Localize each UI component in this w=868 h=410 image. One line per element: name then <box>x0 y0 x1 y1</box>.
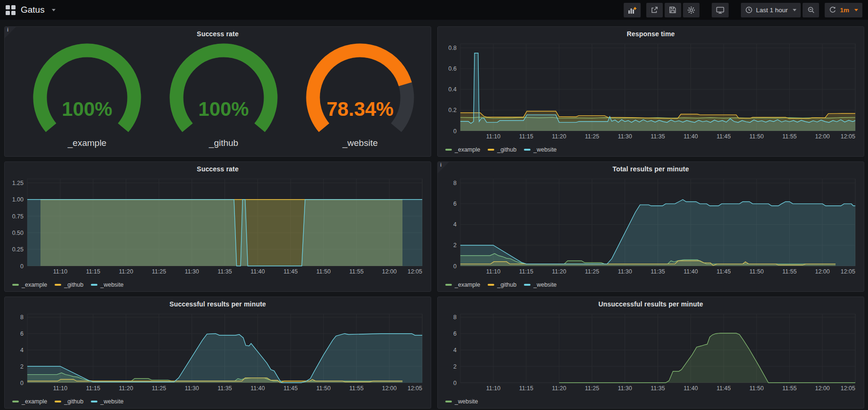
save-button[interactable] <box>665 3 681 17</box>
legend-item-_website[interactable]: _website <box>91 281 123 288</box>
x-axis-tick-label: 12:00 <box>815 385 829 392</box>
legend-item-_github[interactable]: _github <box>55 398 83 405</box>
y-axis-tick-label: 0 <box>453 380 457 386</box>
x-axis-tick-label: 12:05 <box>408 268 422 275</box>
refresh-picker[interactable]: 1m <box>825 3 862 17</box>
y-axis-tick-label: 1.25 <box>12 180 24 186</box>
x-axis-tick-label: 11:50 <box>316 385 330 392</box>
panel-total-results: i Total results per minute 0246811:1011:… <box>437 161 864 292</box>
panel-info-corner-icon[interactable]: i <box>438 162 449 173</box>
add-panel-button[interactable] <box>624 3 641 17</box>
add-panel-icon <box>628 6 636 14</box>
x-axis-tick-label: 11:45 <box>283 268 297 275</box>
chart-canvas[interactable]: 00.250.500.751.001.2511:1011:1511:2011:2… <box>8 175 426 276</box>
navbar-actions: Last 1 hour 1m <box>624 3 862 17</box>
apps-grid-icon <box>6 5 16 15</box>
chart-canvas[interactable]: 0246811:1011:1511:2011:2511:3011:3511:40… <box>8 310 426 393</box>
x-axis-tick-label: 12:05 <box>841 385 855 392</box>
y-axis-tick-label: 2 <box>20 363 24 370</box>
y-axis-tick-label: 4 <box>453 347 457 354</box>
series-area-_website <box>559 333 855 383</box>
legend-item-_website[interactable]: _website <box>91 398 123 405</box>
legend-item-_github[interactable]: _github <box>488 281 516 288</box>
series-area-_website <box>27 200 422 266</box>
series-area-_website <box>460 200 855 266</box>
caret-down-icon <box>793 9 796 11</box>
y-axis-tick-label: 0.4 <box>449 86 457 93</box>
y-axis-tick-label: 0 <box>453 128 457 135</box>
legend-item-_example[interactable]: _example <box>12 398 47 405</box>
legend-label: _github <box>497 281 516 288</box>
legend-item-_example[interactable]: _example <box>445 146 480 153</box>
gauge-label: _website <box>343 138 378 148</box>
navbar: Gatus <box>0 0 868 20</box>
chart-plot-area[interactable]: 0246811:1011:1511:2011:2511:3011:3511:40… <box>442 175 859 276</box>
tv-mode-button[interactable] <box>712 3 729 17</box>
legend-item-_website[interactable]: _website <box>524 146 556 153</box>
gauge-value: 100% <box>62 98 112 120</box>
dashboard-grid: i Success rate 100%_example100%_github78… <box>0 20 868 409</box>
gauge-value: 78.34% <box>327 98 394 120</box>
settings-button[interactable] <box>683 3 699 17</box>
x-axis-tick-label: 11:35 <box>651 385 665 392</box>
zoom-out-button[interactable] <box>803 3 819 17</box>
panel-info-corner-icon[interactable]: i <box>5 27 16 38</box>
x-axis-tick-label: 11:50 <box>749 385 764 392</box>
y-axis-tick-label: 6 <box>20 330 24 337</box>
panel-title[interactable]: Response time <box>438 27 864 38</box>
chart-canvas[interactable]: 0246811:1011:1511:2011:2511:3011:3511:40… <box>442 310 859 393</box>
legend-swatch <box>445 284 452 286</box>
x-axis-tick-label: 11:20 <box>552 133 566 140</box>
panel-title[interactable]: Success rate <box>5 162 431 173</box>
legend-swatch <box>524 149 530 151</box>
monitor-icon <box>716 6 724 14</box>
legend-item-_website[interactable]: _website <box>445 398 478 405</box>
y-axis-tick-label: 6 <box>453 201 457 207</box>
chart-canvas[interactable]: 00.20.40.60.811:1011:1511:2011:2511:3011… <box>442 40 859 141</box>
x-axis-tick-label: 11:50 <box>749 133 764 140</box>
x-axis-tick-label: 12:00 <box>815 268 829 275</box>
y-axis-tick-label: 0.25 <box>12 246 24 253</box>
time-range-picker[interactable]: Last 1 hour <box>741 3 801 17</box>
refresh-icon <box>829 6 836 14</box>
x-axis-tick-label: 11:45 <box>283 385 297 392</box>
y-axis-tick-label: 8 <box>20 314 24 321</box>
dashboard-switcher[interactable]: Gatus <box>6 5 56 15</box>
panel-title[interactable]: Success rate <box>5 27 431 38</box>
magnifier-zoom-out-icon <box>807 6 815 14</box>
legend-item-_website[interactable]: _website <box>524 281 556 288</box>
chart-plot-area[interactable]: 0246811:1011:1511:2011:2511:3011:3511:40… <box>442 310 859 393</box>
panel-unsuccessful-results: Unsuccessful results per minute 0246811:… <box>437 297 864 409</box>
legend-item-_github[interactable]: _github <box>55 281 83 288</box>
x-axis-tick-label: 11:20 <box>119 268 133 275</box>
chart-legend: _example_github_website <box>12 398 124 405</box>
x-axis-tick-label: 11:40 <box>250 268 265 275</box>
chart-plot-area[interactable]: 00.250.500.751.001.2511:1011:1511:2011:2… <box>8 175 426 276</box>
legend-item-_github[interactable]: _github <box>488 146 516 153</box>
panel-title[interactable]: Unsuccessful results per minute <box>438 297 864 308</box>
legend-label: _github <box>64 398 83 405</box>
chart-legend: _example_github_website <box>12 281 124 288</box>
x-axis-tick-label: 11:10 <box>53 268 67 275</box>
legend-item-_example[interactable]: _example <box>12 281 47 288</box>
caret-down-icon <box>854 9 858 11</box>
y-axis-tick-label: 0.75 <box>12 213 24 220</box>
x-axis-tick-label: 11:10 <box>486 268 500 275</box>
legend-swatch <box>12 401 19 402</box>
series-area-_website <box>27 334 422 383</box>
gauge-_website: 78.34%_website <box>292 41 428 148</box>
dashboard-title: Gatus <box>21 5 45 15</box>
x-axis-tick-label: 11:40 <box>683 268 698 275</box>
share-button[interactable] <box>646 3 663 17</box>
chart-plot-area[interactable]: 00.20.40.60.811:1011:1511:2011:2511:3011… <box>442 40 859 141</box>
x-axis-tick-label: 11:25 <box>585 385 599 392</box>
x-axis-tick-label: 11:10 <box>486 133 500 140</box>
panel-title[interactable]: Total results per minute <box>438 162 864 173</box>
x-axis-tick-label: 11:45 <box>716 268 731 275</box>
chart-plot-area[interactable]: 0246811:1011:1511:2011:2511:3011:3511:40… <box>8 310 426 393</box>
gauge-value: 100% <box>198 98 249 120</box>
chart-canvas[interactable]: 0246811:1011:1511:2011:2511:3011:3511:40… <box>442 175 859 276</box>
legend-label: _website <box>100 398 123 405</box>
legend-item-_example[interactable]: _example <box>445 281 480 288</box>
panel-title[interactable]: Successful results per minute <box>5 297 431 308</box>
